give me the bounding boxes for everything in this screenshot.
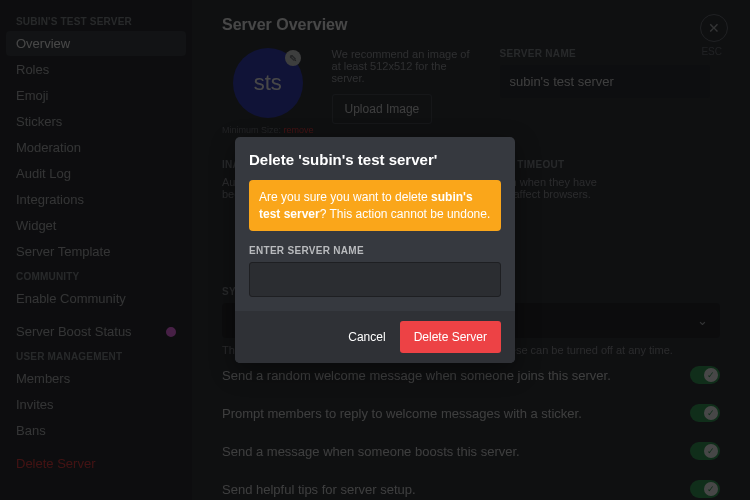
delete-server-button[interactable]: Delete Server [400,321,501,353]
confirm-server-name-input[interactable] [249,262,501,297]
modal-warning: Are you sure you want to delete subin's … [249,180,501,230]
cancel-button[interactable]: Cancel [342,322,391,352]
modal-overlay: Delete 'subin's test server' Are you sur… [0,0,750,500]
delete-server-modal: Delete 'subin's test server' Are you sur… [235,137,515,362]
modal-title: Delete 'subin's test server' [249,151,501,168]
modal-input-label: ENTER SERVER NAME [249,245,501,256]
